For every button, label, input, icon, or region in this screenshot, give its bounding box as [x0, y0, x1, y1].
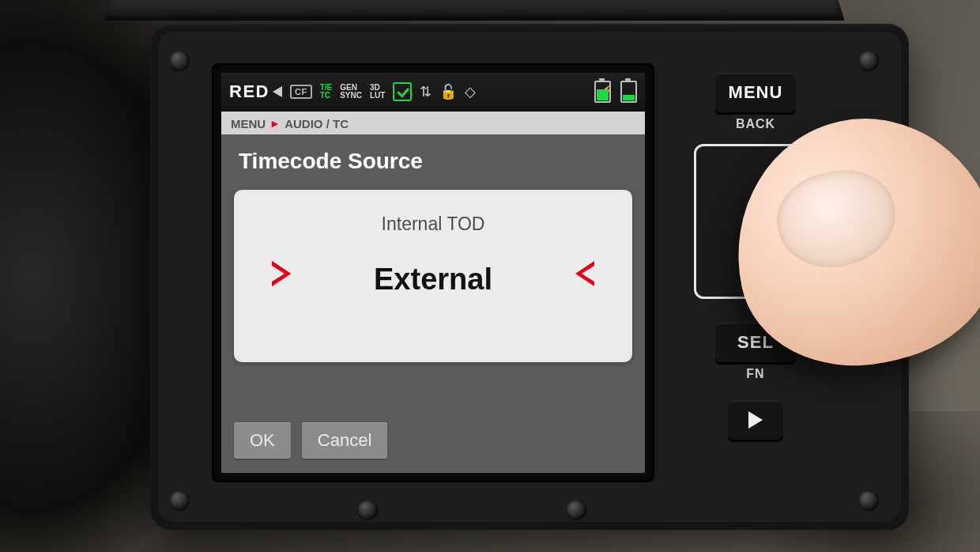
screw-icon: [169, 51, 190, 71]
breadcrumb[interactable]: MENU ▸ AUDIO / TC: [221, 112, 645, 136]
chevron-right-icon: ▸: [272, 116, 278, 130]
screw-icon: [566, 500, 586, 520]
ok-button[interactable]: OK: [234, 422, 291, 459]
picker-left-arrow-icon[interactable]: [272, 261, 291, 286]
menu-hardware-button[interactable]: MENU: [715, 73, 796, 112]
screw-icon: [169, 490, 190, 511]
picker-right-arrow-icon[interactable]: [575, 261, 594, 286]
dialog-title: Timecode Source: [221, 134, 645, 183]
sync-line: SYNC: [340, 92, 362, 100]
status-check-icon: [393, 82, 412, 101]
lcd-screen[interactable]: RED CF T/E TC GEN SYNC 3D LUT ⇅ 🔓 ◇ ⚡: [221, 73, 645, 473]
screw-icon: [357, 500, 378, 520]
brand-logo: RED: [229, 81, 282, 102]
breadcrumb-path[interactable]: AUDIO / TC: [285, 117, 349, 130]
wifi-icon: ◇: [465, 83, 476, 100]
tc-line: TC: [320, 92, 333, 100]
play-hardware-button[interactable]: [728, 400, 783, 440]
lut-line2: LUT: [370, 92, 385, 100]
scene: RED CF T/E TC GEN SYNC 3D LUT ⇅ 🔓 ◇ ⚡: [0, 0, 980, 552]
updown-icon: ⇅: [420, 83, 432, 100]
lut-indicator: 3D LUT: [370, 84, 385, 100]
brand-text: RED: [229, 81, 270, 102]
battery-icon: ⚡: [594, 81, 611, 103]
timecode-indicator: T/E TC: [320, 84, 333, 100]
dialog-content: Timecode Source Internal TOD External OK…: [221, 134, 645, 473]
menu-sub-label: BACK: [677, 117, 835, 131]
status-bar: RED CF T/E TC GEN SYNC 3D LUT ⇅ 🔓 ◇ ⚡: [221, 73, 645, 112]
option-secondary[interactable]: Internal TOD: [234, 214, 632, 235]
option-picker[interactable]: Internal TOD External: [234, 190, 632, 362]
cancel-button[interactable]: Cancel: [302, 422, 387, 459]
battery-icon: [620, 81, 637, 103]
camera-top-edge: [104, 0, 845, 21]
sel-sub-label: FN: [677, 367, 835, 381]
genlock-indicator: GEN SYNC: [340, 84, 362, 100]
thumb-nail: [769, 161, 905, 278]
battery-fill: [623, 95, 635, 100]
lock-icon: 🔓: [439, 83, 457, 100]
brand-arrow-icon: [273, 86, 282, 97]
screw-icon: [858, 490, 879, 511]
screw-icon: [858, 51, 879, 71]
option-selected[interactable]: External: [234, 263, 632, 297]
battery-fill: [597, 89, 609, 100]
dialog-buttons: OK Cancel: [234, 422, 387, 459]
breadcrumb-root[interactable]: MENU: [231, 117, 266, 130]
cf-media-badge: CF: [290, 85, 312, 99]
